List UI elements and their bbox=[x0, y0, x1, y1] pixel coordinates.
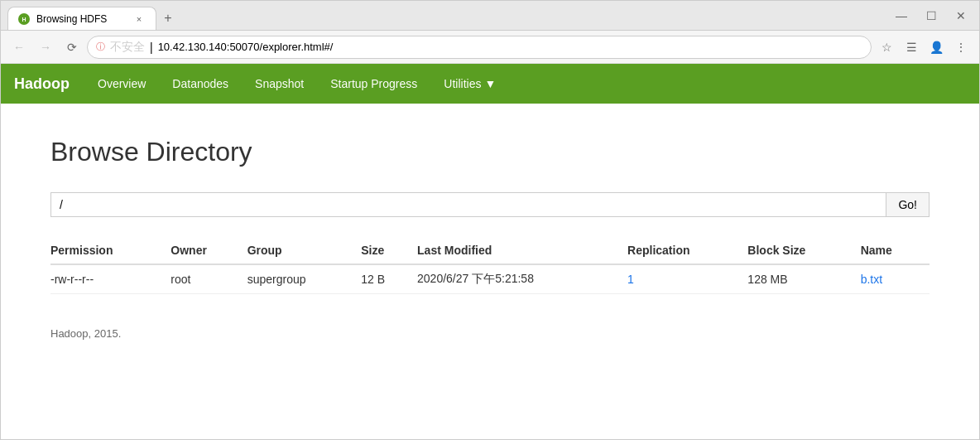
cell-replication: 1 bbox=[627, 264, 747, 294]
col-last-modified: Last Modified bbox=[417, 237, 627, 264]
forward-button[interactable]: → bbox=[34, 36, 57, 59]
page-title: Browse Directory bbox=[50, 137, 930, 167]
maximize-button[interactable]: ☐ bbox=[920, 4, 943, 27]
main-content: Browse Directory Go! Permission Owner Gr… bbox=[1, 104, 979, 435]
col-name: Name bbox=[861, 237, 930, 264]
close-button[interactable]: ✕ bbox=[949, 4, 973, 27]
toolbar-actions: ☆ ☰ 👤 ⋮ bbox=[875, 36, 973, 59]
table-row: -rw-r--r-- root supergroup 12 B 2020/6/2… bbox=[50, 264, 930, 294]
col-replication: Replication bbox=[627, 237, 747, 264]
footer: Hadoop, 2015. bbox=[50, 327, 930, 340]
utilities-chevron-icon: ▼ bbox=[484, 77, 496, 90]
col-owner: Owner bbox=[171, 237, 247, 264]
col-size: Size bbox=[361, 237, 417, 264]
col-group: Group bbox=[247, 237, 362, 264]
hadoop-navbar: Hadoop Overview Datanodes Snapshot Start… bbox=[1, 64, 979, 104]
hadoop-brand: Hadoop bbox=[14, 75, 70, 93]
cell-owner: root bbox=[171, 264, 247, 294]
go-button[interactable]: Go! bbox=[886, 192, 930, 217]
col-permission: Permission bbox=[50, 237, 171, 264]
path-input[interactable] bbox=[50, 192, 886, 217]
browser-titlebar: H Browsing HDFS × + — ☐ ✕ bbox=[1, 1, 979, 31]
nav-link-startup-progress[interactable]: Startup Progress bbox=[319, 70, 429, 97]
minimize-button[interactable]: — bbox=[890, 4, 913, 27]
more-options-button[interactable]: ⋮ bbox=[949, 36, 973, 59]
back-button[interactable]: ← bbox=[7, 36, 31, 59]
cell-last-modified: 2020/6/27 下午5:21:58 bbox=[417, 264, 627, 294]
file-link[interactable]: b.txt bbox=[861, 273, 882, 286]
security-icon: ⓘ bbox=[96, 41, 105, 53]
utilities-label: Utilities bbox=[444, 77, 481, 90]
tab-close-button[interactable]: × bbox=[132, 12, 146, 26]
tab-favicon: H bbox=[18, 13, 30, 25]
new-tab-button[interactable]: + bbox=[156, 7, 180, 30]
address-bar-container: ⓘ 不安全 | bbox=[87, 36, 872, 59]
directory-table: Permission Owner Group Size Last Modifie… bbox=[50, 237, 930, 294]
bookmark-button[interactable]: ☆ bbox=[875, 36, 898, 59]
nav-link-utilities[interactable]: Utilities ▼ bbox=[432, 70, 507, 97]
reload-button[interactable]: ⟳ bbox=[60, 36, 84, 59]
cell-size: 12 B bbox=[361, 264, 417, 294]
nav-link-overview[interactable]: Overview bbox=[86, 70, 157, 97]
cell-permission: -rw-r--r-- bbox=[50, 264, 171, 294]
tab-bar: H Browsing HDFS × + bbox=[7, 1, 180, 30]
browser-toolbar: ← → ⟳ ⓘ 不安全 | ☆ ☰ 👤 ⋮ bbox=[1, 31, 979, 64]
cell-block-size: 128 MB bbox=[747, 264, 860, 294]
address-separator-pipe: | bbox=[150, 41, 153, 54]
profile-button[interactable]: 👤 bbox=[925, 36, 948, 59]
path-bar: Go! bbox=[50, 192, 930, 217]
nav-link-datanodes[interactable]: Datanodes bbox=[161, 70, 240, 97]
browser-tab[interactable]: H Browsing HDFS × bbox=[7, 7, 156, 30]
cell-name: b.txt bbox=[861, 264, 930, 294]
browser-window: H Browsing HDFS × + — ☐ ✕ ← → ⟳ ⓘ 不安全 | … bbox=[0, 0, 980, 440]
table-body: -rw-r--r-- root supergroup 12 B 2020/6/2… bbox=[50, 264, 930, 294]
svg-text:H: H bbox=[22, 17, 26, 22]
cell-group: supergroup bbox=[247, 264, 362, 294]
col-block-size: Block Size bbox=[747, 237, 860, 264]
address-bar-input[interactable] bbox=[158, 41, 862, 53]
address-separator: 不安全 bbox=[110, 40, 145, 55]
tab-title: Browsing HDFS bbox=[36, 13, 107, 25]
tab-menu-button[interactable]: ☰ bbox=[900, 36, 923, 59]
table-header: Permission Owner Group Size Last Modifie… bbox=[50, 237, 930, 264]
nav-link-snapshot[interactable]: Snapshot bbox=[243, 70, 315, 97]
